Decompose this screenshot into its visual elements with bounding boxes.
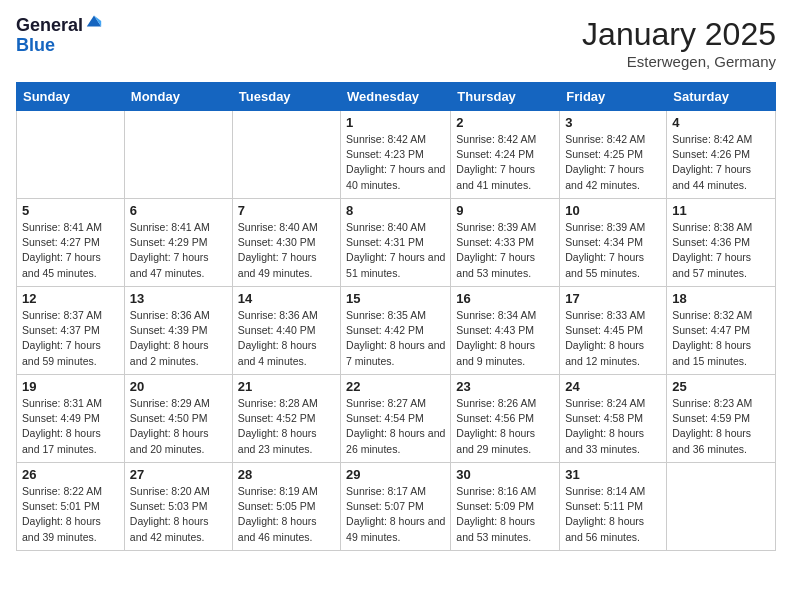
day-info: Sunrise: 8:27 AM Sunset: 4:54 PM Dayligh… xyxy=(346,396,445,457)
day-number: 16 xyxy=(456,291,554,306)
day-cell-23: 23Sunrise: 8:26 AM Sunset: 4:56 PM Dayli… xyxy=(451,375,560,463)
day-number: 12 xyxy=(22,291,119,306)
day-info: Sunrise: 8:19 AM Sunset: 5:05 PM Dayligh… xyxy=(238,484,335,545)
day-info: Sunrise: 8:24 AM Sunset: 4:58 PM Dayligh… xyxy=(565,396,661,457)
day-info: Sunrise: 8:41 AM Sunset: 4:29 PM Dayligh… xyxy=(130,220,227,281)
day-info: Sunrise: 8:36 AM Sunset: 4:40 PM Dayligh… xyxy=(238,308,335,369)
day-info: Sunrise: 8:35 AM Sunset: 4:42 PM Dayligh… xyxy=(346,308,445,369)
weekday-header-wednesday: Wednesday xyxy=(341,83,451,111)
day-info: Sunrise: 8:16 AM Sunset: 5:09 PM Dayligh… xyxy=(456,484,554,545)
day-cell-8: 8Sunrise: 8:40 AM Sunset: 4:31 PM Daylig… xyxy=(341,199,451,287)
day-number: 3 xyxy=(565,115,661,130)
day-cell-14: 14Sunrise: 8:36 AM Sunset: 4:40 PM Dayli… xyxy=(232,287,340,375)
day-cell-24: 24Sunrise: 8:24 AM Sunset: 4:58 PM Dayli… xyxy=(560,375,667,463)
day-info: Sunrise: 8:26 AM Sunset: 4:56 PM Dayligh… xyxy=(456,396,554,457)
day-info: Sunrise: 8:38 AM Sunset: 4:36 PM Dayligh… xyxy=(672,220,770,281)
day-number: 11 xyxy=(672,203,770,218)
page-header: General Blue January 2025 Esterwegen, Ge… xyxy=(16,16,776,70)
day-number: 1 xyxy=(346,115,445,130)
day-cell-19: 19Sunrise: 8:31 AM Sunset: 4:49 PM Dayli… xyxy=(17,375,125,463)
day-cell-6: 6Sunrise: 8:41 AM Sunset: 4:29 PM Daylig… xyxy=(124,199,232,287)
day-cell-1: 1Sunrise: 8:42 AM Sunset: 4:23 PM Daylig… xyxy=(341,111,451,199)
weekday-header-friday: Friday xyxy=(560,83,667,111)
day-number: 26 xyxy=(22,467,119,482)
week-row-3: 12Sunrise: 8:37 AM Sunset: 4:37 PM Dayli… xyxy=(17,287,776,375)
day-info: Sunrise: 8:14 AM Sunset: 5:11 PM Dayligh… xyxy=(565,484,661,545)
day-cell-16: 16Sunrise: 8:34 AM Sunset: 4:43 PM Dayli… xyxy=(451,287,560,375)
day-cell-11: 11Sunrise: 8:38 AM Sunset: 4:36 PM Dayli… xyxy=(667,199,776,287)
week-row-4: 19Sunrise: 8:31 AM Sunset: 4:49 PM Dayli… xyxy=(17,375,776,463)
day-info: Sunrise: 8:36 AM Sunset: 4:39 PM Dayligh… xyxy=(130,308,227,369)
logo-blue-text: Blue xyxy=(16,36,103,56)
empty-cell xyxy=(124,111,232,199)
day-cell-25: 25Sunrise: 8:23 AM Sunset: 4:59 PM Dayli… xyxy=(667,375,776,463)
day-cell-5: 5Sunrise: 8:41 AM Sunset: 4:27 PM Daylig… xyxy=(17,199,125,287)
day-info: Sunrise: 8:42 AM Sunset: 4:24 PM Dayligh… xyxy=(456,132,554,193)
day-info: Sunrise: 8:37 AM Sunset: 4:37 PM Dayligh… xyxy=(22,308,119,369)
day-cell-4: 4Sunrise: 8:42 AM Sunset: 4:26 PM Daylig… xyxy=(667,111,776,199)
day-number: 17 xyxy=(565,291,661,306)
day-number: 22 xyxy=(346,379,445,394)
day-number: 28 xyxy=(238,467,335,482)
day-info: Sunrise: 8:39 AM Sunset: 4:34 PM Dayligh… xyxy=(565,220,661,281)
empty-cell xyxy=(232,111,340,199)
day-info: Sunrise: 8:31 AM Sunset: 4:49 PM Dayligh… xyxy=(22,396,119,457)
day-number: 21 xyxy=(238,379,335,394)
day-info: Sunrise: 8:40 AM Sunset: 4:31 PM Dayligh… xyxy=(346,220,445,281)
day-cell-29: 29Sunrise: 8:17 AM Sunset: 5:07 PM Dayli… xyxy=(341,463,451,551)
day-cell-26: 26Sunrise: 8:22 AM Sunset: 5:01 PM Dayli… xyxy=(17,463,125,551)
logo-general-text: General xyxy=(16,16,83,36)
day-number: 15 xyxy=(346,291,445,306)
day-cell-13: 13Sunrise: 8:36 AM Sunset: 4:39 PM Dayli… xyxy=(124,287,232,375)
day-cell-27: 27Sunrise: 8:20 AM Sunset: 5:03 PM Dayli… xyxy=(124,463,232,551)
week-row-5: 26Sunrise: 8:22 AM Sunset: 5:01 PM Dayli… xyxy=(17,463,776,551)
day-cell-9: 9Sunrise: 8:39 AM Sunset: 4:33 PM Daylig… xyxy=(451,199,560,287)
day-number: 7 xyxy=(238,203,335,218)
day-cell-2: 2Sunrise: 8:42 AM Sunset: 4:24 PM Daylig… xyxy=(451,111,560,199)
weekday-header-tuesday: Tuesday xyxy=(232,83,340,111)
weekday-header-monday: Monday xyxy=(124,83,232,111)
day-cell-31: 31Sunrise: 8:14 AM Sunset: 5:11 PM Dayli… xyxy=(560,463,667,551)
day-number: 8 xyxy=(346,203,445,218)
day-info: Sunrise: 8:29 AM Sunset: 4:50 PM Dayligh… xyxy=(130,396,227,457)
day-info: Sunrise: 8:32 AM Sunset: 4:47 PM Dayligh… xyxy=(672,308,770,369)
day-cell-28: 28Sunrise: 8:19 AM Sunset: 5:05 PM Dayli… xyxy=(232,463,340,551)
day-info: Sunrise: 8:41 AM Sunset: 4:27 PM Dayligh… xyxy=(22,220,119,281)
day-info: Sunrise: 8:42 AM Sunset: 4:23 PM Dayligh… xyxy=(346,132,445,193)
day-cell-22: 22Sunrise: 8:27 AM Sunset: 4:54 PM Dayli… xyxy=(341,375,451,463)
day-number: 23 xyxy=(456,379,554,394)
empty-cell xyxy=(667,463,776,551)
day-cell-30: 30Sunrise: 8:16 AM Sunset: 5:09 PM Dayli… xyxy=(451,463,560,551)
day-number: 20 xyxy=(130,379,227,394)
month-title: January 2025 xyxy=(582,16,776,53)
day-number: 10 xyxy=(565,203,661,218)
day-number: 29 xyxy=(346,467,445,482)
weekday-header-sunday: Sunday xyxy=(17,83,125,111)
day-cell-12: 12Sunrise: 8:37 AM Sunset: 4:37 PM Dayli… xyxy=(17,287,125,375)
weekday-header-row: SundayMondayTuesdayWednesdayThursdayFrid… xyxy=(17,83,776,111)
day-number: 14 xyxy=(238,291,335,306)
location: Esterwegen, Germany xyxy=(582,53,776,70)
logo-icon xyxy=(85,12,103,30)
week-row-2: 5Sunrise: 8:41 AM Sunset: 4:27 PM Daylig… xyxy=(17,199,776,287)
day-info: Sunrise: 8:28 AM Sunset: 4:52 PM Dayligh… xyxy=(238,396,335,457)
empty-cell xyxy=(17,111,125,199)
day-cell-21: 21Sunrise: 8:28 AM Sunset: 4:52 PM Dayli… xyxy=(232,375,340,463)
title-block: January 2025 Esterwegen, Germany xyxy=(582,16,776,70)
day-info: Sunrise: 8:34 AM Sunset: 4:43 PM Dayligh… xyxy=(456,308,554,369)
day-info: Sunrise: 8:42 AM Sunset: 4:26 PM Dayligh… xyxy=(672,132,770,193)
weekday-header-saturday: Saturday xyxy=(667,83,776,111)
weekday-header-thursday: Thursday xyxy=(451,83,560,111)
week-row-1: 1Sunrise: 8:42 AM Sunset: 4:23 PM Daylig… xyxy=(17,111,776,199)
day-number: 5 xyxy=(22,203,119,218)
day-cell-10: 10Sunrise: 8:39 AM Sunset: 4:34 PM Dayli… xyxy=(560,199,667,287)
day-info: Sunrise: 8:17 AM Sunset: 5:07 PM Dayligh… xyxy=(346,484,445,545)
day-cell-15: 15Sunrise: 8:35 AM Sunset: 4:42 PM Dayli… xyxy=(341,287,451,375)
day-cell-17: 17Sunrise: 8:33 AM Sunset: 4:45 PM Dayli… xyxy=(560,287,667,375)
day-number: 25 xyxy=(672,379,770,394)
calendar-table: SundayMondayTuesdayWednesdayThursdayFrid… xyxy=(16,82,776,551)
day-info: Sunrise: 8:39 AM Sunset: 4:33 PM Dayligh… xyxy=(456,220,554,281)
day-number: 2 xyxy=(456,115,554,130)
day-info: Sunrise: 8:33 AM Sunset: 4:45 PM Dayligh… xyxy=(565,308,661,369)
day-number: 19 xyxy=(22,379,119,394)
